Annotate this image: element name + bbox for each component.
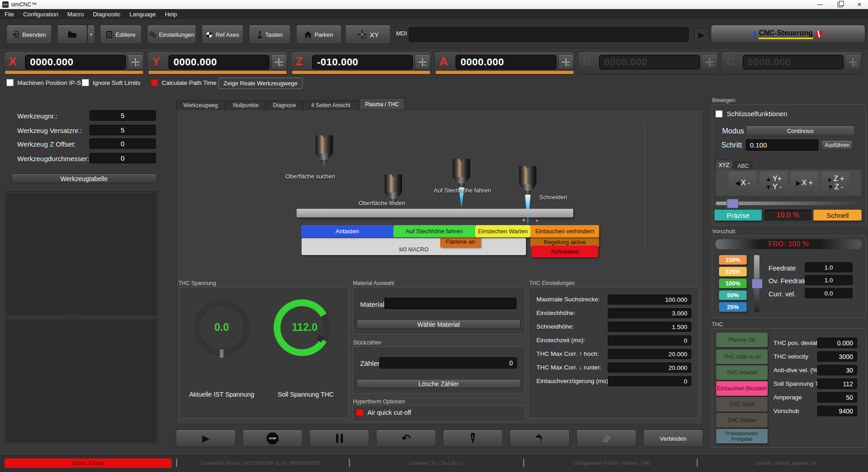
coolant-button[interactable] [510, 430, 570, 447]
thc-max-corr-runter-field[interactable]: 20.000 [608, 363, 691, 373]
axis-value[interactable]: 0000.000 [169, 55, 269, 69]
splitter-handle[interactable]: ······ [68, 313, 79, 317]
jog-y-minus-button[interactable]: ▼Y - [765, 183, 782, 191]
tab-diagnose[interactable]: Diagnose [267, 100, 302, 110]
axis-letter: C [726, 54, 735, 69]
zaehler-field[interactable]: 0 [379, 357, 517, 369]
cnc-steuerung-logo[interactable]: CNC-Steuerung [711, 25, 865, 43]
edit-icon [106, 31, 113, 38]
tool-z-offset-field[interactable]: 0 [89, 138, 156, 149]
jog-z-minus-button[interactable]: ▼Z - [827, 183, 843, 191]
tool-offset-number-field[interactable]: 5 [89, 125, 156, 135]
einstellungen-button[interactable]: Einstellungen [147, 25, 196, 44]
thc-max-corr-hoch-field[interactable]: 20.000 [608, 349, 691, 359]
calculate-path-time-checkbox[interactable] [151, 79, 158, 86]
keyfunctions-checkbox[interactable] [715, 110, 723, 118]
schritt-input[interactable] [746, 139, 818, 151]
tab-werkzeugweg[interactable]: Werkzeugweg [176, 100, 225, 110]
einstechhoehe-field[interactable]: 3.000 [608, 308, 691, 318]
tool-list-panel[interactable] [5, 192, 158, 316]
cycle-start-button[interactable]: ▶ [176, 430, 236, 447]
schnell-button[interactable]: Schnell [813, 210, 862, 221]
mdi-run-button[interactable]: ▶ [694, 28, 709, 42]
menu-diagnostic[interactable]: Diagnostic [88, 11, 125, 18]
stop-button[interactable]: STOP [243, 430, 303, 447]
tool-detail-panel[interactable] [5, 319, 158, 443]
menu-file[interactable]: File [0, 11, 19, 18]
beenden-button[interactable]: Beenden [6, 25, 52, 44]
jog-z-plus-button[interactable]: ▲Z + [826, 175, 844, 183]
modus-select[interactable]: Continous [746, 126, 855, 136]
rewind-button[interactable]: ↶ [376, 430, 436, 447]
air-cutoff-checkbox[interactable] [356, 409, 363, 416]
waehle-material-button[interactable]: Wähle Material [357, 320, 521, 329]
calculate-path-time-option[interactable]: Calculate Path Time [151, 79, 217, 86]
fro-100-button[interactable]: 100% [719, 279, 747, 288]
ignore-soft-limits-option[interactable]: Ignore Soft Limits [82, 79, 140, 86]
close-button[interactable]: ✕ [851, 0, 868, 9]
fro-slider-handle[interactable] [752, 279, 763, 289]
vorschub-title: Vorschub: [712, 228, 736, 235]
machine-position-checkbox[interactable] [6, 79, 14, 86]
keyfunctions-option[interactable]: Schlüsselfunktionen [715, 110, 787, 118]
zero-z-button[interactable]: ZERO [415, 54, 430, 70]
torch-button[interactable] [443, 430, 503, 447]
ignore-soft-limits-checkbox[interactable] [82, 79, 89, 86]
material-input[interactable] [384, 298, 516, 309]
show-real-toolpaths-button[interactable]: Zeige Reale Werkzeugwege [218, 78, 303, 89]
zero-x-button[interactable]: ZERO [128, 54, 143, 70]
minimize-button[interactable]: — [812, 0, 828, 9]
jog-speed-slider-handle[interactable] [727, 199, 739, 208]
max-suchstrecke-field[interactable]: 100.000 [608, 295, 691, 305]
zero-icon: ZERO [274, 58, 283, 67]
tasten-button[interactable]: Tasten [249, 25, 291, 44]
tab-plasma-thc[interactable]: Plasma / THC [359, 98, 405, 110]
menu-help[interactable]: Help [160, 11, 182, 18]
menu-macro[interactable]: Macro [63, 11, 88, 18]
praezise-button[interactable]: Präzise [714, 210, 762, 221]
schneidhoehe-field[interactable]: 1.500 [608, 322, 691, 332]
logo-blue-bar [754, 30, 756, 38]
air-cutoff-option[interactable]: Air quick cut-off [356, 409, 411, 416]
jog-x-plus-button[interactable]: ▶X + [790, 172, 818, 194]
fro-125-button[interactable]: 125% [719, 267, 747, 276]
tab-nullpunkte[interactable]: Nullpunkte [226, 100, 266, 110]
menu-language[interactable]: Language [125, 11, 160, 18]
parken-button[interactable]: Parken [296, 25, 342, 44]
menu-configuration[interactable]: Configuration [19, 11, 63, 18]
eintauchverzoegerung-field[interactable]: 0 [608, 376, 691, 386]
tool-diameter-field[interactable]: 0 [89, 153, 156, 163]
ref-axes-button[interactable]: Ref Axes [202, 25, 243, 44]
tab-xyz[interactable]: XYZ [715, 160, 733, 170]
machine-position-label: Machinen Position IP-S [17, 79, 81, 86]
zero-icon: ZERO [848, 58, 858, 67]
tool-table-button[interactable]: Werkzeugtabelle [11, 174, 157, 183]
ausfuehren-button[interactable]: Ausführen [821, 140, 853, 150]
einstechzeit-field[interactable]: 0 [608, 335, 691, 345]
zero-a-button[interactable]: ZERO [558, 54, 574, 70]
axis-value[interactable]: 0000.000 [456, 55, 556, 69]
zero-xy-label: XY [370, 31, 379, 39]
zero-xy-button[interactable]: ZERO XY [345, 25, 391, 44]
fro-150-button[interactable]: 150% [719, 255, 747, 265]
mdi-input[interactable] [409, 27, 689, 42]
jog-y-plus-button[interactable]: ▲Y+ [765, 175, 782, 183]
tool-number-field[interactable]: 5 [89, 110, 156, 121]
restore-button[interactable] [832, 0, 848, 9]
jog-x-minus-button[interactable]: ◀X - [729, 172, 757, 194]
pause-button[interactable] [309, 430, 369, 447]
editiere-button[interactable]: Editiere [100, 25, 142, 44]
fro-25-button[interactable]: 25% [719, 302, 747, 312]
open-file-dropdown[interactable]: ▼ [87, 25, 95, 44]
fro-50-button[interactable]: 50% [719, 290, 747, 300]
tab-abc[interactable]: ABC [734, 162, 752, 170]
verbinden-button[interactable]: Verbinden [643, 430, 703, 447]
open-file-button[interactable] [57, 25, 87, 44]
loesche-zaehler-button[interactable]: Lösche Zähler [357, 379, 521, 388]
zero-y-button[interactable]: ZERO [271, 54, 287, 70]
axis-value[interactable]: -010.000 [312, 55, 413, 69]
tab-4-seiten-ansicht[interactable]: 4 Seiten Ansicht [303, 100, 358, 110]
axis-value[interactable]: 0000.000 [25, 55, 126, 69]
machine-position-option[interactable]: Machinen Position IP-S [6, 79, 81, 86]
dro-axis-c: C 0000.000 ZERO [721, 51, 862, 75]
